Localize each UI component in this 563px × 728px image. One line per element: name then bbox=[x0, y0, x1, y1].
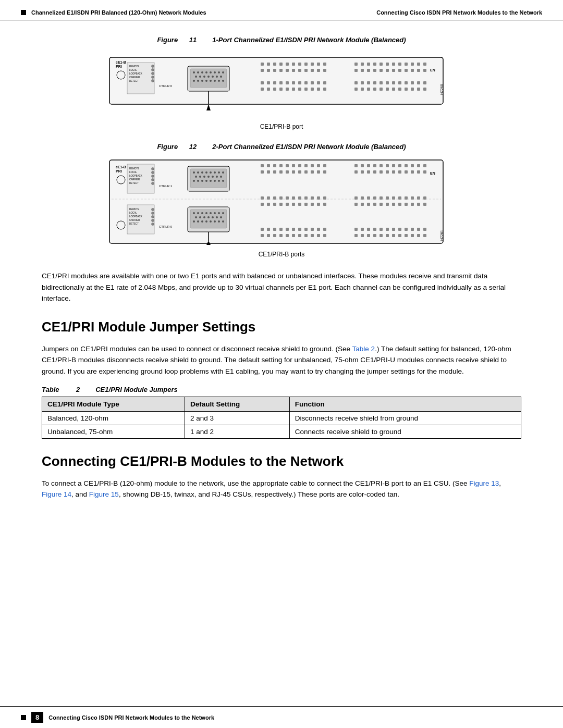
svg-rect-299 bbox=[392, 170, 395, 174]
svg-rect-292 bbox=[423, 164, 426, 167]
svg-point-165 bbox=[203, 176, 205, 178]
svg-point-149 bbox=[152, 175, 154, 178]
svg-rect-343 bbox=[367, 234, 370, 237]
svg-rect-269 bbox=[323, 228, 326, 231]
svg-point-170 bbox=[193, 180, 195, 182]
svg-rect-154 bbox=[190, 169, 227, 188]
figure15-link[interactable]: Figure 15 bbox=[89, 490, 119, 498]
svg-rect-348 bbox=[398, 234, 401, 237]
svg-point-175 bbox=[214, 180, 216, 182]
header-square-icon bbox=[21, 10, 26, 15]
figure-11-label-figure: Figure 11 bbox=[157, 36, 197, 44]
svg-point-31 bbox=[216, 76, 218, 78]
svg-rect-99 bbox=[367, 69, 370, 72]
svg-rect-227 bbox=[267, 170, 270, 174]
svg-text:PRI: PRI bbox=[116, 65, 122, 68]
svg-rect-223 bbox=[311, 164, 314, 167]
svg-rect-349 bbox=[405, 234, 408, 237]
svg-rect-81 bbox=[304, 88, 308, 91]
svg-point-33 bbox=[193, 80, 195, 82]
svg-rect-285 bbox=[380, 164, 383, 167]
svg-rect-86 bbox=[361, 63, 364, 66]
svg-rect-64 bbox=[267, 81, 270, 84]
svg-rect-94 bbox=[411, 63, 414, 66]
svg-rect-337 bbox=[405, 228, 408, 231]
svg-rect-71 bbox=[311, 81, 314, 84]
svg-text:LOOPBACK: LOOPBACK bbox=[129, 215, 142, 218]
svg-rect-351 bbox=[417, 234, 420, 237]
footer-square-icon bbox=[21, 715, 26, 720]
svg-rect-345 bbox=[380, 234, 383, 237]
figure14-link[interactable]: Figure 14 bbox=[42, 490, 71, 498]
svg-rect-261 bbox=[273, 228, 276, 231]
svg-rect-236 bbox=[323, 170, 326, 174]
svg-point-173 bbox=[205, 180, 207, 182]
svg-rect-226 bbox=[261, 170, 264, 174]
svg-point-198 bbox=[218, 212, 220, 214]
svg-rect-131 bbox=[417, 88, 420, 91]
svg-point-155 bbox=[193, 171, 195, 174]
svg-point-188 bbox=[152, 223, 154, 226]
svg-rect-55 bbox=[279, 69, 283, 72]
svg-rect-128 bbox=[398, 88, 401, 91]
svg-point-160 bbox=[214, 171, 216, 174]
svg-point-209 bbox=[201, 220, 203, 223]
svg-rect-87 bbox=[367, 63, 370, 66]
svg-rect-93 bbox=[405, 63, 408, 66]
svg-rect-121 bbox=[354, 88, 358, 91]
svg-rect-256 bbox=[311, 203, 314, 206]
table2: CE1/PRI Module Type Default Setting Func… bbox=[42, 397, 521, 439]
svg-rect-191 bbox=[190, 209, 227, 228]
svg-point-171 bbox=[197, 180, 199, 182]
table2-row0-col2: Disconnects receive shield from ground bbox=[289, 411, 521, 425]
svg-rect-293 bbox=[354, 170, 358, 174]
svg-rect-341 bbox=[354, 234, 358, 237]
svg-text:CTRLR 0: CTRLR 0 bbox=[159, 225, 173, 228]
table2-link[interactable]: Table 2 bbox=[352, 345, 375, 353]
section1-body: Jumpers on CE1/PRI modules can be used t… bbox=[42, 343, 521, 377]
svg-rect-69 bbox=[298, 81, 301, 84]
svg-rect-234 bbox=[311, 170, 314, 174]
svg-rect-276 bbox=[298, 234, 301, 237]
figure-12-caption: CE1/PRI-B ports bbox=[259, 251, 305, 258]
svg-rect-45 bbox=[286, 63, 289, 66]
svg-point-162 bbox=[222, 171, 224, 174]
main-content: Figure 11 1-Port Channelized E1/ISDN PRI… bbox=[0, 20, 563, 550]
svg-rect-327 bbox=[417, 203, 420, 206]
svg-rect-263 bbox=[286, 228, 289, 231]
table2-row0-col1: 2 and 3 bbox=[185, 411, 290, 425]
svg-rect-116 bbox=[398, 81, 401, 84]
svg-rect-264 bbox=[292, 228, 295, 231]
svg-rect-290 bbox=[411, 164, 414, 167]
svg-point-157 bbox=[201, 171, 203, 174]
svg-rect-216 bbox=[267, 164, 270, 167]
svg-rect-302 bbox=[411, 170, 414, 174]
svg-point-28 bbox=[203, 76, 205, 78]
svg-rect-284 bbox=[373, 164, 376, 167]
svg-point-177 bbox=[222, 180, 224, 182]
svg-rect-217 bbox=[273, 164, 276, 167]
svg-rect-342 bbox=[361, 234, 364, 237]
svg-rect-266 bbox=[304, 228, 308, 231]
svg-rect-113 bbox=[380, 81, 383, 84]
svg-point-24 bbox=[218, 71, 220, 73]
page-header: Channelized E1/ISDN PRI Balanced (120-Oh… bbox=[0, 0, 563, 20]
svg-rect-267 bbox=[311, 228, 314, 231]
svg-rect-106 bbox=[411, 69, 414, 72]
svg-rect-47 bbox=[298, 63, 301, 66]
svg-point-167 bbox=[212, 176, 214, 178]
header-left-text: Channelized E1/ISDN PRI Balanced (120-Oh… bbox=[31, 9, 206, 16]
svg-point-196 bbox=[210, 212, 212, 214]
svg-rect-350 bbox=[411, 234, 414, 237]
svg-rect-120 bbox=[423, 81, 426, 84]
svg-point-206 bbox=[220, 216, 222, 218]
svg-rect-352 bbox=[423, 234, 426, 237]
svg-point-194 bbox=[201, 212, 203, 214]
svg-rect-108 bbox=[423, 69, 426, 72]
svg-point-147 bbox=[152, 168, 154, 170]
svg-rect-257 bbox=[317, 203, 320, 206]
figure13-link[interactable]: Figure 13 bbox=[469, 479, 499, 487]
svg-rect-333 bbox=[380, 228, 383, 231]
svg-rect-229 bbox=[279, 170, 283, 174]
svg-rect-230 bbox=[286, 170, 289, 174]
